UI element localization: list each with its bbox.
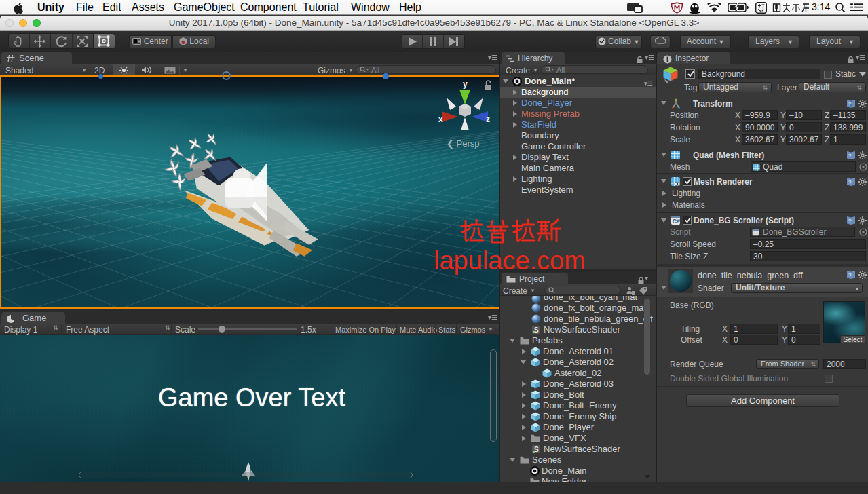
svg-text:x: x — [438, 115, 443, 124]
svg-text:?: ? — [848, 272, 852, 278]
svg-text:?: ? — [848, 101, 852, 107]
svg-text:z: z — [486, 115, 490, 124]
svg-text:?: ? — [848, 153, 852, 159]
svg-text:C#: C# — [673, 218, 681, 225]
svg-text:?: ? — [848, 218, 852, 224]
svg-text:?: ? — [848, 179, 852, 185]
svg-text:y: y — [463, 79, 468, 89]
svg-text:❮ Persp: ❮ Persp — [447, 138, 479, 149]
